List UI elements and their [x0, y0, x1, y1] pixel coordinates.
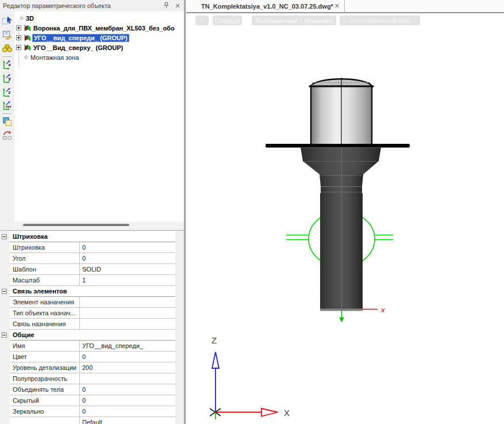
props-section-hatch[interactable]: Штриховка	[0, 231, 184, 242]
edit-properties-icon[interactable]	[1, 29, 13, 41]
prop-value[interactable]	[80, 308, 175, 319]
prop-row: Шаблон SOLID	[0, 264, 184, 275]
saved-view-button[interactable]: --- несохраненный вид ---	[340, 16, 420, 25]
prop-row: Объединять тела 0	[0, 384, 184, 395]
prop-label: Штриховка	[10, 242, 80, 253]
drawing-canvas-area[interactable]: x Z X TN_Komplektatsiya_v1.0_NC_03.07.25…	[186, 0, 504, 424]
section-title: Штриховка	[10, 231, 175, 242]
props-section-general[interactable]: Общие	[0, 330, 184, 341]
axis-marker-label: x	[380, 305, 385, 314]
expand-plus-icon[interactable]	[16, 35, 21, 40]
prop-value[interactable]: 0	[80, 395, 175, 406]
axis-x-icon[interactable]: x	[1, 59, 13, 71]
prop-row: Уровень детализации 200	[0, 362, 184, 373]
expand-plus-icon[interactable]	[16, 45, 21, 50]
pin-icon[interactable]	[161, 2, 171, 10]
panel-divider	[0, 230, 184, 231]
collapse-minus-icon[interactable]	[0, 330, 10, 341]
group-object-icon	[24, 34, 31, 41]
diamond-bullet-icon	[24, 55, 28, 59]
axis-xyz-icon[interactable]: xyz	[1, 100, 13, 112]
properties-grid: Штриховка Штриховка 0 Угол 0 Шаблон SOLI…	[0, 231, 184, 424]
tree-item-mount-zone[interactable]: Монтажная зона	[24, 52, 79, 62]
flange-plate	[266, 144, 410, 148]
prop-row: Полупрозрачность	[0, 373, 184, 384]
prop-value[interactable]: 0	[80, 253, 175, 264]
document-tabbar: TN_Komplektatsiya_v1.0_NC_03.07.25.dwg* …	[186, 0, 504, 13]
update-object-icon[interactable]	[1, 129, 13, 142]
ucs-x-label: X	[284, 408, 290, 418]
parametric-editor-panel: Редактор параметрического объекта ✕	[0, 0, 186, 424]
app-window: Редактор параметрического объекта ✕	[0, 0, 504, 424]
prop-label: Масштаб	[10, 275, 80, 286]
visual-style-button[interactable]: Тонированный с кромками	[252, 16, 336, 25]
svg-text:x: x	[8, 62, 11, 67]
prop-value[interactable]: 0	[80, 352, 175, 362]
copy-objects-icon[interactable]	[1, 116, 13, 128]
tree-item-ugo-top[interactable]: УГО__Вид_сверху_ (GROUP)	[16, 43, 123, 52]
panel-close-icon[interactable]: ✕	[173, 2, 182, 10]
diamond-bullet-icon	[20, 16, 24, 20]
svg-text:xyz: xyz	[6, 104, 11, 108]
side-toolbar: x y z	[0, 12, 15, 224]
object-tree: 3D Воронка_для_ПВХ_мембран_XL503_без_обо	[14, 12, 185, 221]
prop-value[interactable]	[80, 373, 175, 384]
prop-row: Скрытый 0	[0, 395, 184, 406]
tree-item-ugo-front[interactable]: УГО__вид_спереди_ (GROUP)	[16, 33, 129, 43]
model-view[interactable]: x Z X	[187, 13, 504, 424]
prop-value[interactable]: 0	[80, 406, 175, 417]
view-orientation-button[interactable]: Спереди	[213, 16, 242, 25]
tab-close-icon[interactable]: ✕	[334, 2, 340, 10]
prop-value[interactable]	[80, 319, 175, 330]
prop-value[interactable]: 0	[80, 242, 175, 253]
find-icon[interactable]	[1, 42, 13, 54]
tree-hscrollbar-thumb[interactable]	[23, 224, 129, 226]
document-tab[interactable]: TN_Komplektatsiya_v1.0_NC_03.07.25.dwg* …	[193, 0, 345, 12]
prop-label: Полупрозрачность	[10, 373, 80, 384]
prop-label: Зеркально	[10, 406, 80, 417]
axis-z-icon[interactable]: z	[1, 86, 13, 98]
select-tool-icon[interactable]	[1, 15, 13, 27]
prop-label: Уровень детализации	[10, 362, 80, 373]
svg-text:z: z	[8, 90, 10, 95]
ucs-icon: Z X	[210, 335, 290, 419]
add-view-button[interactable]: +	[195, 16, 209, 25]
funnel-object[interactable]	[266, 78, 410, 311]
collapse-minus-icon[interactable]	[0, 286, 10, 297]
tree-item-3d[interactable]: 3D	[20, 13, 34, 23]
axis-y-icon[interactable]: y	[1, 72, 13, 85]
svg-text:y: y	[8, 76, 11, 81]
section-title: Связь элементов	[10, 286, 175, 297]
prop-row-clipped: Default	[0, 417, 184, 424]
prop-value[interactable]: 1	[80, 275, 175, 286]
tree-item-label: Монтажная зона	[30, 54, 79, 61]
prop-label: Угол	[10, 253, 80, 264]
prop-row: Масштаб 1	[0, 275, 184, 286]
prop-value[interactable]: 200	[80, 362, 175, 373]
expand-plus-icon[interactable]	[16, 25, 21, 30]
prop-label: Объединять тела	[10, 384, 80, 395]
prop-label: Элемент назначения	[10, 297, 80, 308]
ucs-z-label: Z	[211, 335, 217, 345]
pipe-bottom-edge	[320, 309, 363, 311]
group-object-icon	[24, 24, 31, 32]
funnel-top-block	[301, 148, 381, 162]
prop-row: Тип объекта назнач...	[0, 308, 184, 319]
prop-value[interactable]: УГО__вид_спереди_	[80, 341, 175, 352]
prop-value[interactable]: 0	[80, 384, 175, 395]
prop-label: Цвет	[10, 352, 80, 362]
prop-row: Имя УГО__вид_спереди_	[0, 341, 184, 352]
toolbar-separator	[2, 56, 11, 57]
prop-value[interactable]: SOLID	[80, 264, 175, 275]
collapse-minus-icon[interactable]	[0, 231, 10, 242]
prop-row: Элемент назначения	[0, 297, 184, 308]
group-object-icon	[24, 44, 31, 51]
prop-row: Цвет 0	[0, 352, 184, 362]
panel-title: Редактор параметрического объекта	[3, 2, 111, 9]
prop-value[interactable]: Default	[80, 417, 175, 424]
prop-label: Имя	[10, 341, 80, 352]
prop-value[interactable]	[80, 297, 175, 308]
props-section-links[interactable]: Связь элементов	[0, 286, 184, 297]
tree-hscrollbar[interactable]	[14, 221, 185, 229]
tree-item-funnel[interactable]: Воронка_для_ПВХ_мембран_XL503_без_обо	[16, 23, 175, 33]
